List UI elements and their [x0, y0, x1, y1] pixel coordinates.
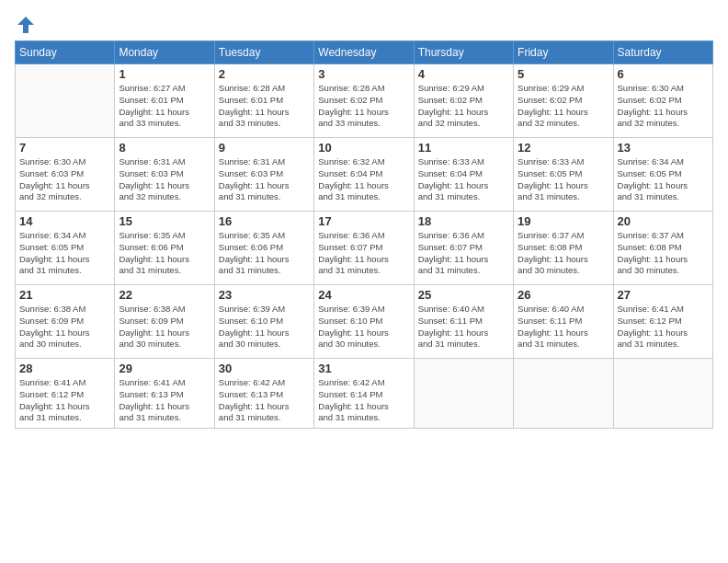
calendar-week-row: 7Sunrise: 6:30 AM Sunset: 6:03 PM Daylig… [16, 138, 713, 212]
day-number: 24 [318, 288, 409, 302]
day-number: 22 [119, 288, 210, 302]
calendar-week-row: 21Sunrise: 6:38 AM Sunset: 6:09 PM Dayli… [16, 285, 713, 359]
calendar-cell [414, 359, 513, 429]
calendar-cell: 7Sunrise: 6:30 AM Sunset: 6:03 PM Daylig… [16, 138, 115, 212]
day-number: 31 [318, 362, 409, 375]
calendar-cell: 1Sunrise: 6:27 AM Sunset: 6:01 PM Daylig… [115, 64, 214, 138]
day-info: Sunrise: 6:38 AM Sunset: 6:09 PM Dayligh… [119, 304, 210, 350]
calendar-cell: 28Sunrise: 6:41 AM Sunset: 6:12 PM Dayli… [16, 359, 115, 429]
day-info: Sunrise: 6:33 AM Sunset: 6:04 PM Dayligh… [418, 156, 509, 203]
calendar-cell: 31Sunrise: 6:42 AM Sunset: 6:14 PM Dayli… [314, 359, 414, 429]
day-number: 13 [618, 141, 709, 155]
day-info: Sunrise: 6:31 AM Sunset: 6:03 PM Dayligh… [219, 156, 310, 203]
logo [15, 15, 36, 31]
day-number: 27 [618, 288, 709, 302]
calendar-cell: 30Sunrise: 6:42 AM Sunset: 6:13 PM Dayli… [214, 359, 313, 429]
calendar-cell: 17Sunrise: 6:36 AM Sunset: 6:07 PM Dayli… [314, 212, 414, 285]
svg-marker-0 [17, 17, 34, 33]
day-number: 19 [518, 214, 609, 228]
calendar-cell: 8Sunrise: 6:31 AM Sunset: 6:03 PM Daylig… [115, 138, 214, 212]
calendar-cell: 22Sunrise: 6:38 AM Sunset: 6:09 PM Dayli… [115, 285, 214, 359]
day-number: 10 [318, 141, 409, 155]
day-info: Sunrise: 6:40 AM Sunset: 6:11 PM Dayligh… [418, 304, 509, 350]
calendar-cell: 19Sunrise: 6:37 AM Sunset: 6:08 PM Dayli… [514, 212, 613, 285]
calendar-cell: 27Sunrise: 6:41 AM Sunset: 6:12 PM Dayli… [613, 285, 712, 359]
day-info: Sunrise: 6:42 AM Sunset: 6:13 PM Dayligh… [219, 377, 310, 424]
logo-icon [16, 15, 36, 35]
day-info: Sunrise: 6:40 AM Sunset: 6:11 PM Dayligh… [518, 304, 609, 350]
calendar-cell: 15Sunrise: 6:35 AM Sunset: 6:06 PM Dayli… [115, 212, 214, 285]
day-number: 12 [518, 141, 609, 155]
day-number: 26 [518, 288, 609, 302]
calendar-header-monday: Monday [115, 41, 214, 64]
calendar-header-saturday: Saturday [613, 41, 712, 64]
day-number: 17 [318, 214, 409, 228]
day-number: 28 [19, 362, 110, 375]
day-info: Sunrise: 6:42 AM Sunset: 6:14 PM Dayligh… [318, 377, 409, 424]
day-number: 14 [19, 214, 110, 228]
calendar-cell: 4Sunrise: 6:29 AM Sunset: 6:02 PM Daylig… [414, 64, 513, 138]
day-info: Sunrise: 6:39 AM Sunset: 6:10 PM Dayligh… [318, 304, 409, 350]
day-info: Sunrise: 6:29 AM Sunset: 6:02 PM Dayligh… [418, 83, 509, 130]
page-header [15, 15, 713, 31]
calendar-cell [16, 64, 115, 138]
calendar-cell: 5Sunrise: 6:29 AM Sunset: 6:02 PM Daylig… [514, 64, 613, 138]
calendar-cell: 23Sunrise: 6:39 AM Sunset: 6:10 PM Dayli… [214, 285, 313, 359]
day-number: 29 [119, 362, 210, 375]
calendar-cell: 20Sunrise: 6:37 AM Sunset: 6:08 PM Dayli… [613, 212, 712, 285]
calendar-cell: 24Sunrise: 6:39 AM Sunset: 6:10 PM Dayli… [314, 285, 414, 359]
day-info: Sunrise: 6:41 AM Sunset: 6:13 PM Dayligh… [119, 377, 210, 424]
calendar-cell: 14Sunrise: 6:34 AM Sunset: 6:05 PM Dayli… [16, 212, 115, 285]
calendar-week-row: 14Sunrise: 6:34 AM Sunset: 6:05 PM Dayli… [16, 212, 713, 285]
calendar-week-row: 28Sunrise: 6:41 AM Sunset: 6:12 PM Dayli… [16, 359, 713, 429]
day-number: 18 [418, 214, 509, 228]
calendar-cell: 2Sunrise: 6:28 AM Sunset: 6:01 PM Daylig… [214, 64, 313, 138]
calendar-cell: 13Sunrise: 6:34 AM Sunset: 6:05 PM Dayli… [613, 138, 712, 212]
calendar-header-friday: Friday [514, 41, 613, 64]
calendar-cell: 18Sunrise: 6:36 AM Sunset: 6:07 PM Dayli… [414, 212, 513, 285]
day-info: Sunrise: 6:31 AM Sunset: 6:03 PM Dayligh… [119, 156, 210, 203]
calendar-header-thursday: Thursday [414, 41, 513, 64]
calendar-cell: 26Sunrise: 6:40 AM Sunset: 6:11 PM Dayli… [514, 285, 613, 359]
day-info: Sunrise: 6:33 AM Sunset: 6:05 PM Dayligh… [518, 156, 609, 203]
day-number: 1 [119, 67, 210, 81]
day-info: Sunrise: 6:38 AM Sunset: 6:09 PM Dayligh… [19, 304, 110, 350]
day-number: 7 [19, 141, 110, 155]
day-info: Sunrise: 6:34 AM Sunset: 6:05 PM Dayligh… [19, 230, 110, 277]
day-info: Sunrise: 6:28 AM Sunset: 6:01 PM Dayligh… [219, 83, 310, 130]
day-number: 21 [19, 288, 110, 302]
day-info: Sunrise: 6:36 AM Sunset: 6:07 PM Dayligh… [418, 230, 509, 277]
day-info: Sunrise: 6:37 AM Sunset: 6:08 PM Dayligh… [618, 230, 709, 277]
calendar-header-tuesday: Tuesday [214, 41, 313, 64]
day-number: 11 [418, 141, 509, 155]
day-info: Sunrise: 6:41 AM Sunset: 6:12 PM Dayligh… [19, 377, 110, 424]
calendar-cell: 11Sunrise: 6:33 AM Sunset: 6:04 PM Dayli… [414, 138, 513, 212]
day-number: 3 [318, 67, 409, 81]
day-number: 6 [618, 67, 709, 81]
calendar-cell: 9Sunrise: 6:31 AM Sunset: 6:03 PM Daylig… [214, 138, 313, 212]
calendar-cell [514, 359, 613, 429]
calendar-week-row: 1Sunrise: 6:27 AM Sunset: 6:01 PM Daylig… [16, 64, 713, 138]
calendar-table: SundayMondayTuesdayWednesdayThursdayFrid… [15, 40, 713, 429]
day-info: Sunrise: 6:36 AM Sunset: 6:07 PM Dayligh… [318, 230, 409, 277]
calendar-header-sunday: Sunday [16, 41, 115, 64]
day-info: Sunrise: 6:29 AM Sunset: 6:02 PM Dayligh… [518, 83, 609, 130]
calendar-cell: 16Sunrise: 6:35 AM Sunset: 6:06 PM Dayli… [214, 212, 313, 285]
day-number: 25 [418, 288, 509, 302]
day-info: Sunrise: 6:27 AM Sunset: 6:01 PM Dayligh… [119, 83, 210, 130]
day-number: 16 [219, 214, 310, 228]
calendar-cell [613, 359, 712, 429]
calendar-cell: 6Sunrise: 6:30 AM Sunset: 6:02 PM Daylig… [613, 64, 712, 138]
day-info: Sunrise: 6:39 AM Sunset: 6:10 PM Dayligh… [219, 304, 310, 350]
day-number: 20 [618, 214, 709, 228]
day-number: 5 [518, 67, 609, 81]
calendar-cell: 29Sunrise: 6:41 AM Sunset: 6:13 PM Dayli… [115, 359, 214, 429]
calendar-header-wednesday: Wednesday [314, 41, 414, 64]
day-info: Sunrise: 6:41 AM Sunset: 6:12 PM Dayligh… [618, 304, 709, 350]
day-info: Sunrise: 6:28 AM Sunset: 6:02 PM Dayligh… [318, 83, 409, 130]
calendar-header-row: SundayMondayTuesdayWednesdayThursdayFrid… [16, 41, 713, 64]
calendar-cell: 12Sunrise: 6:33 AM Sunset: 6:05 PM Dayli… [514, 138, 613, 212]
day-number: 15 [119, 214, 210, 228]
calendar-cell: 10Sunrise: 6:32 AM Sunset: 6:04 PM Dayli… [314, 138, 414, 212]
day-info: Sunrise: 6:32 AM Sunset: 6:04 PM Dayligh… [318, 156, 409, 203]
